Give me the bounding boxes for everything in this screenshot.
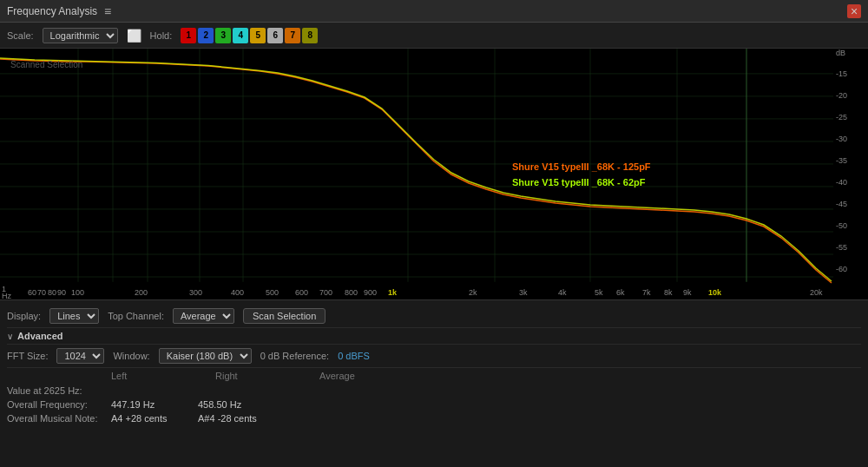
svg-text:400: 400	[231, 288, 244, 297]
display-row: Display: Lines Bars Top Channel: Average…	[7, 305, 861, 328]
display-label: Display:	[7, 311, 41, 321]
svg-text:3k: 3k	[519, 288, 528, 297]
overall-freq-row: Overall Frequency: 447.19 Hz 458.50 Hz	[7, 398, 861, 411]
svg-text:-30: -30	[836, 135, 847, 143]
top-channel-label: Top Channel:	[108, 311, 164, 321]
overall-freq-label: Overall Frequency:	[7, 399, 111, 410]
toolbar: Scale: Logarithmic Linear ⬜ Hold: 1 2 3 …	[0, 23, 868, 49]
svg-text:-15: -15	[836, 69, 847, 78]
bottom-panel: Display: Lines Bars Top Channel: Average…	[0, 300, 868, 430]
svg-text:-50: -50	[836, 221, 847, 230]
svg-text:Scanned Selection: Scanned Selection	[10, 60, 82, 69]
musical-note-label: Overall Musical Note:	[7, 413, 111, 424]
hold-btn-7[interactable]: 7	[285, 28, 300, 43]
svg-text:10k: 10k	[708, 288, 722, 297]
svg-text:2k: 2k	[469, 288, 477, 297]
svg-text:70: 70	[37, 288, 46, 297]
musical-note-right: A#4 -28 cents	[198, 413, 285, 424]
svg-text:8k: 8k	[664, 288, 673, 297]
svg-text:-20: -20	[836, 91, 847, 100]
hold-buttons: 1 2 3 4 5 6 7 8	[181, 28, 318, 43]
hold-btn-3[interactable]: 3	[215, 28, 231, 43]
scale-select[interactable]: Logarithmic Linear	[43, 28, 118, 43]
hold-btn-5[interactable]: 5	[250, 28, 266, 43]
top-channel-select[interactable]: Average Left Right	[173, 308, 234, 324]
svg-text:200: 200	[135, 288, 148, 297]
svg-text:80: 80	[48, 288, 56, 297]
svg-text:700: 700	[319, 288, 332, 297]
svg-text:-45: -45	[836, 200, 847, 208]
svg-text:Shure V15 typeIII _68K - 62pF: Shure V15 typeIII _68K - 62pF	[512, 177, 646, 187]
svg-text:7k: 7k	[642, 288, 651, 297]
title-text: Frequency Analysis	[7, 5, 97, 17]
close-button[interactable]: ×	[847, 4, 861, 18]
stats-right-header: Right	[215, 371, 319, 381]
fft-label: FFT Size:	[7, 351, 48, 361]
musical-note-row: Overall Musical Note: A4 +28 cents A#4 -…	[7, 411, 861, 425]
svg-text:-40: -40	[836, 178, 847, 187]
svg-text:-60: -60	[836, 265, 847, 273]
overall-freq-left: 447.19 Hz	[111, 399, 198, 410]
svg-text:-55: -55	[836, 243, 847, 252]
svg-text:9k: 9k	[683, 288, 692, 297]
fft-size-select[interactable]: 256 512 1024 2048 4096	[56, 348, 104, 364]
title-bar: Frequency Analysis ≡ ×	[0, 0, 868, 23]
svg-text:Hz: Hz	[2, 292, 11, 299]
hold-btn-4[interactable]: 4	[233, 28, 248, 43]
svg-text:600: 600	[295, 288, 308, 297]
hold-btn-8[interactable]: 8	[302, 28, 318, 43]
window-select[interactable]: Kaiser (180 dB) Hann Blackman	[159, 348, 252, 364]
svg-text:dB: dB	[836, 49, 845, 57]
svg-text:60: 60	[28, 288, 36, 297]
hold-btn-6[interactable]: 6	[267, 28, 283, 43]
svg-text:900: 900	[364, 288, 377, 297]
stats-left-header: Left	[111, 371, 215, 381]
hold-btn-2[interactable]: 2	[198, 28, 214, 43]
svg-text:500: 500	[266, 288, 279, 297]
overall-freq-right: 458.50 Hz	[198, 399, 285, 410]
svg-text:Shure V15 typeIII _68K - 125pF: Shure V15 typeIII _68K - 125pF	[512, 161, 651, 172]
advanced-row[interactable]: ∨ Advanced	[7, 328, 861, 345]
display-select[interactable]: Lines Bars	[49, 308, 99, 324]
svg-text:300: 300	[189, 288, 202, 297]
value-at-row: Value at 2625 Hz:	[7, 384, 861, 398]
chart-container: dB -15 -20 -25 -30 -35 -40 -45 -50 -55 -…	[0, 49, 868, 300]
scan-selection-button[interactable]: Scan Selection	[243, 308, 326, 324]
value-at-label: Value at 2625 Hz:	[7, 385, 111, 396]
svg-text:1k: 1k	[388, 288, 398, 297]
ref-value: 0 dBFS	[338, 351, 370, 361]
chevron-down-icon: ∨	[7, 332, 13, 341]
svg-text:20k: 20k	[810, 288, 823, 297]
fft-row: FFT Size: 256 512 1024 2048 4096 Window:…	[7, 345, 861, 368]
menu-icon[interactable]: ≡	[104, 4, 111, 18]
svg-text:800: 800	[345, 288, 358, 297]
stats-average-header: Average	[319, 371, 424, 381]
svg-text:-35: -35	[836, 156, 847, 165]
ref-label: 0 dB Reference:	[260, 351, 330, 361]
svg-text:100: 100	[71, 288, 84, 297]
advanced-label: Advanced	[17, 331, 63, 341]
musical-note-left: A4 +28 cents	[111, 413, 198, 424]
svg-text:90: 90	[57, 288, 66, 297]
svg-text:6k: 6k	[616, 288, 625, 297]
window-label: Window:	[113, 351, 149, 361]
screenshot-icon[interactable]: ⬜	[127, 29, 141, 43]
scale-label: Scale:	[7, 30, 34, 41]
stats-header-row: Left Right Average	[7, 368, 861, 384]
hold-label: Hold:	[150, 30, 173, 41]
hold-btn-1[interactable]: 1	[181, 28, 196, 43]
svg-text:4k: 4k	[558, 288, 567, 297]
svg-text:-25: -25	[836, 113, 847, 122]
svg-text:5k: 5k	[595, 288, 603, 297]
